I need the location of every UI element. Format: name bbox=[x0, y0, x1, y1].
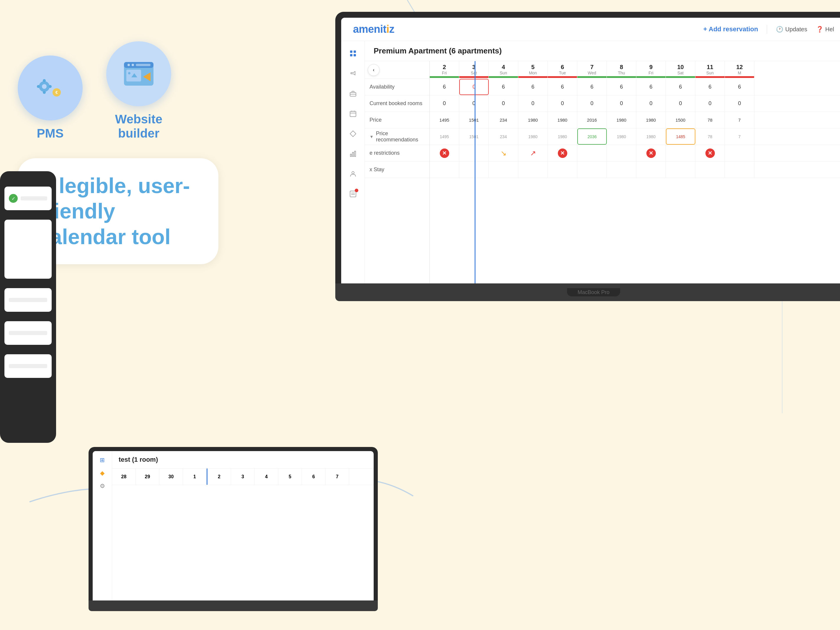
prec-6: 1980 bbox=[548, 128, 577, 145]
date-cell-11: 11 Sun bbox=[695, 61, 725, 78]
price-8: 1980 bbox=[607, 112, 636, 128]
prev-nav-button[interactable]: ‹ bbox=[368, 64, 380, 76]
date2-28: 28 bbox=[112, 469, 136, 485]
app-logo: amenitiz bbox=[353, 23, 394, 35]
prec-9: 1980 bbox=[636, 128, 666, 145]
calendar-section-1: Premium Apartment (6 apartments) ‹ bbox=[365, 41, 840, 283]
restr-5: ↗ bbox=[518, 145, 548, 161]
prec-4: 234 bbox=[489, 128, 518, 145]
svg-point-36 bbox=[352, 172, 354, 174]
svg-rect-22 bbox=[350, 51, 352, 53]
avail-val-8: 6 bbox=[607, 79, 636, 95]
tablet-bar-3 bbox=[9, 331, 47, 335]
tablet-row-4 bbox=[5, 354, 52, 378]
price-3: 1501 bbox=[459, 112, 489, 128]
restr-4: ↘ bbox=[489, 145, 518, 161]
sidebar-user-icon[interactable] bbox=[346, 167, 360, 180]
prec-5: 1980 bbox=[518, 128, 548, 145]
booked-10: 0 bbox=[666, 95, 695, 112]
laptop2-outer: ⊞ ◆ ⚙ test (1 room) 28 29 30 bbox=[88, 447, 378, 600]
sidebar-calendar-icon[interactable] bbox=[346, 107, 360, 120]
booked-8: 0 bbox=[607, 95, 636, 112]
price-10: 1500 bbox=[666, 112, 695, 128]
x-icon-11[interactable]: ✕ bbox=[706, 148, 715, 158]
booked-rooms-label: Current booked rooms bbox=[365, 95, 429, 112]
sidebar-list-icon[interactable] bbox=[346, 188, 360, 201]
website-builder-feature: Websitebuilder bbox=[106, 41, 171, 141]
sidebar-chart-icon[interactable] bbox=[346, 147, 360, 160]
restr-8 bbox=[607, 145, 636, 161]
tablet-device: ✓ bbox=[0, 171, 56, 443]
max-stay-label: x Stay bbox=[365, 161, 429, 178]
laptop2-sidebar: ⊞ ◆ ⚙ bbox=[93, 451, 112, 600]
laptop2-main: test (1 room) 28 29 30 1 bbox=[112, 451, 374, 600]
mstay-12 bbox=[725, 161, 755, 178]
arrow-down-right-icon: ↘ bbox=[501, 149, 507, 157]
date-cell-4: 4 Sun bbox=[489, 61, 518, 78]
date-cell-8: 8 Thu bbox=[607, 61, 636, 78]
pms-icon-circle: € bbox=[18, 55, 83, 120]
updates-link[interactable]: 🕐 Updates bbox=[776, 26, 807, 33]
svg-rect-17 bbox=[136, 64, 150, 66]
add-reservation-button[interactable]: + Add reservation bbox=[703, 25, 758, 33]
avail-bar-10 bbox=[666, 76, 695, 78]
sidebar-diamond-icon[interactable] bbox=[346, 127, 360, 140]
sidebar-megaphone-icon[interactable] bbox=[346, 67, 360, 80]
label-spacer: ‹ bbox=[365, 61, 429, 79]
booked-4: 0 bbox=[489, 95, 518, 112]
date-cell-10: 10 Sat bbox=[666, 61, 695, 78]
tablet-bar-4 bbox=[9, 364, 47, 368]
svg-point-4 bbox=[42, 84, 47, 89]
booked-12: 0 bbox=[725, 95, 755, 112]
date-header-row: 2 Fri 3 Sat bbox=[430, 61, 840, 79]
help-link[interactable]: ❓ Hel bbox=[816, 26, 834, 33]
svg-point-16 bbox=[132, 64, 134, 66]
date-cell-12: 12 M bbox=[725, 61, 755, 78]
prec-10[interactable]: 1485 bbox=[666, 128, 695, 145]
x-icon-9[interactable]: ✕ bbox=[646, 148, 656, 158]
mstay-2 bbox=[430, 161, 459, 178]
laptop2-diamond-icon[interactable]: ◆ bbox=[100, 469, 104, 477]
date-cell-9: 9 Fri bbox=[636, 61, 666, 78]
tablet-bar-2 bbox=[9, 298, 47, 302]
prec-8: 1980 bbox=[607, 128, 636, 145]
sidebar-briefcase-icon[interactable] bbox=[346, 87, 360, 100]
avail-bar-2 bbox=[430, 76, 459, 78]
date2-3: 3 bbox=[231, 469, 255, 485]
svg-point-6 bbox=[43, 91, 46, 94]
prec-7[interactable]: 2036 bbox=[577, 128, 607, 145]
sidebar-grid-icon[interactable] bbox=[346, 47, 360, 60]
booked-9: 0 bbox=[636, 95, 666, 112]
laptop2-grid-icon[interactable]: ⊞ bbox=[100, 456, 105, 464]
booked-6: 0 bbox=[548, 95, 577, 112]
features-row: € PMS bbox=[18, 41, 218, 141]
restrictions-row: ✕ ↘ ↗ ✕ bbox=[430, 145, 840, 161]
svg-rect-37 bbox=[350, 191, 356, 197]
avail-val-7: 6 bbox=[577, 79, 607, 95]
availability-row: 6 0 6 6 6 6 6 6 6 6 bbox=[430, 79, 840, 95]
date-cell-7: 7 Wed bbox=[577, 61, 607, 78]
availability-label: Availability bbox=[365, 79, 429, 95]
restr-6: ✕ bbox=[548, 145, 577, 161]
date-cell-6: 6 Tue bbox=[548, 61, 577, 78]
date2-1: 1 bbox=[183, 469, 207, 485]
restr-7 bbox=[577, 145, 607, 161]
avail-bar-3 bbox=[459, 76, 488, 78]
svg-rect-24 bbox=[350, 54, 352, 56]
avail-bar-6 bbox=[548, 76, 577, 78]
laptop2-settings-icon[interactable]: ⚙ bbox=[100, 482, 105, 489]
tablet-row-1: ✓ bbox=[5, 186, 52, 210]
check-icon: ✓ bbox=[9, 194, 18, 203]
avail-val-3[interactable]: 0 bbox=[459, 79, 489, 95]
price-label: Price bbox=[365, 112, 429, 128]
x-icon-2[interactable]: ✕ bbox=[440, 148, 449, 158]
x-icon-6[interactable]: ✕ bbox=[558, 148, 567, 158]
date-cell-2: 2 Fri bbox=[430, 61, 459, 78]
app-header: amenitiz + Add reservation 🕐 Updates ❓ H… bbox=[341, 18, 840, 41]
laptop-screen: amenitiz + Add reservation 🕐 Updates ❓ H… bbox=[341, 18, 840, 283]
macbook-label: MacBook Pro bbox=[578, 289, 609, 295]
prec-11: 78 bbox=[695, 128, 725, 145]
tablet-row-3 bbox=[5, 321, 52, 345]
max-stay-row bbox=[430, 161, 840, 178]
price-4: 234 bbox=[489, 112, 518, 128]
